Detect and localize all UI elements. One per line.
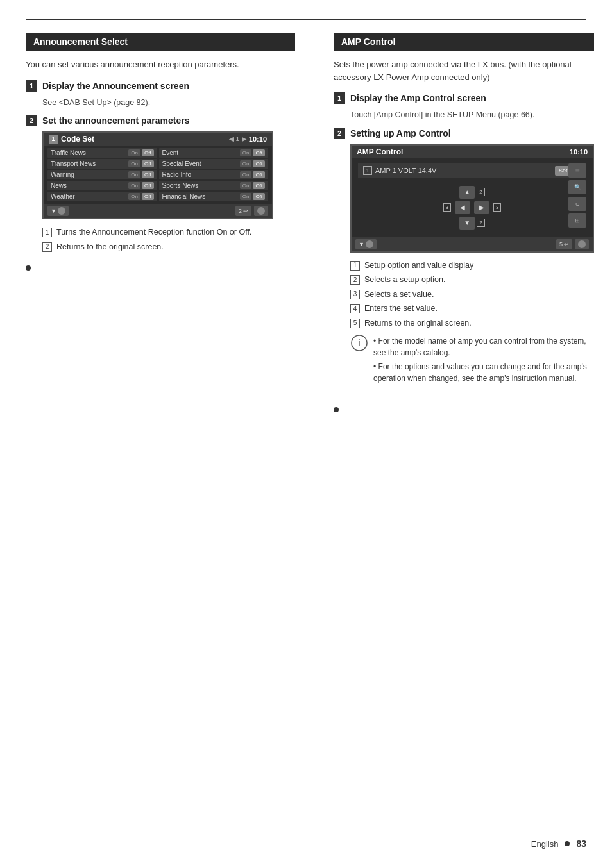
amp-down-btn[interactable]: ▼ — [459, 217, 475, 230]
top-rule — [26, 19, 586, 20]
amp-badge-2b: 2 — [477, 219, 484, 227]
page-container: Announcement Select You can set various … — [0, 0, 612, 868]
screen-row-radio-info: Radio Info On Off — [159, 170, 269, 179]
step1-desc: See <DAB Set Up> (page 82). — [42, 97, 295, 109]
step1-header: 1 Display the Announcement screen — [26, 80, 295, 92]
amp-screen-title-bar: AMP Control 10:10 — [352, 146, 593, 158]
amp-badge-3b: 3 — [493, 203, 501, 212]
amp-step2-title: Setting up Amp Control — [350, 128, 451, 138]
screen-icon2: 1 — [236, 136, 239, 142]
amp-controls: ▲ 2 3 ◀ ▶ — [358, 183, 586, 232]
language-label: English — [531, 839, 559, 849]
step1-badge: 1 — [26, 80, 37, 92]
screen-title: 1 Code Set — [49, 135, 94, 144]
note-box-icon: i — [350, 334, 368, 356]
announcement-select-header: Announcement Select — [26, 33, 295, 51]
screen-title-bar: 1 Code Set ◀ 1 ▶ 10:10 — [44, 133, 272, 146]
note-box-content: • For the model name of amp you can cont… — [373, 335, 594, 387]
step1-title: Display the Announcement screen — [42, 81, 189, 91]
amp-note-2: 2 Selects a setup option. — [350, 274, 594, 286]
screen-header-icons: ◀ 1 ▶ 10:10 — [229, 135, 267, 143]
amp-badge-3a: 3 — [443, 203, 451, 212]
amp-step1-header: 1 Display the Amp Control screen — [334, 92, 594, 104]
amp-badge-2a: 2 — [477, 188, 484, 196]
page-footer: English 83 — [531, 839, 586, 849]
amp-step1-desc: Touch [Amp Control] in the SETUP Menu (p… — [350, 109, 594, 121]
step2-header: 2 Set the announcement parameters — [26, 115, 295, 126]
amp-icon-btn-3[interactable]: ○ — [568, 197, 586, 211]
screen-row-sports: Sports News On Off — [159, 181, 269, 190]
screen-icon3: ▶ — [242, 136, 246, 142]
amp-note-1: 1 Setup option and value display — [350, 260, 594, 272]
left-col-bullet — [26, 265, 31, 271]
right-col-bullet — [334, 407, 339, 412]
amp-step1-badge: 1 — [334, 92, 345, 104]
amp-screen-body: 1 AMP 1 VOLT 14.4V Set 4 — [352, 158, 593, 237]
amp-screen-footer: ▼ 5 ↩ — [352, 237, 593, 251]
main-columns: Announcement Select You can set various … — [26, 33, 586, 417]
amp-footer-icon-left — [366, 240, 373, 248]
screen-row-weather: Weather On Off — [47, 192, 157, 201]
amp-step1-title: Display the Amp Control screen — [350, 93, 486, 103]
amp-footer-left: ▼ — [355, 239, 377, 249]
amp-screen-title: AMP Control — [357, 147, 403, 156]
footer-bullet — [565, 841, 570, 846]
screen-row-warning: Warning On Off — [47, 170, 157, 179]
amp-up-btn[interactable]: ▲ — [459, 186, 475, 199]
amp-footer-icon-right — [578, 240, 586, 248]
amp-note-3: 3 Selects a set value. — [350, 289, 594, 301]
code-set-screen: 1 Code Set ◀ 1 ▶ 10:10 Traffic News — [42, 131, 273, 219]
amp-main-display: 1 AMP 1 VOLT 14.4V Set 4 — [358, 163, 586, 178]
screen-icon1: ◀ — [229, 136, 234, 142]
amp-icon-btn-1[interactable]: ≡ — [568, 163, 586, 178]
screen-right-rows: Event On Off Special Event On Off — [159, 148, 269, 201]
amp-step2-badge: 2 — [334, 128, 345, 139]
announcement-intro: You can set various announcement recepti… — [26, 58, 295, 71]
announcement-notes: 1 Turns the Announcement Reception funct… — [42, 227, 295, 253]
screen-time: 10:10 — [249, 135, 267, 143]
amp-left-btn[interactable]: ◀ — [455, 201, 470, 214]
amp-footer-right: 5 ↩ — [556, 239, 589, 249]
amp-control-header: AMP Control — [334, 33, 594, 51]
note-box-text-1: • For the model name of amp you can cont… — [373, 335, 594, 358]
screen-left-rows: Traffic News On Off Transport News On Of… — [47, 148, 157, 201]
amp-note-4: 4 Enters the set value. — [350, 303, 594, 315]
screen-row-traffic: Traffic News On Off — [47, 148, 157, 158]
left-column: Announcement Select You can set various … — [26, 33, 295, 271]
amp-note-box: i • For the model name of amp you can co… — [350, 335, 594, 387]
screen-body: Traffic News On Off Transport News On Of… — [44, 146, 272, 204]
screen-row-financial: Financial News On Off — [159, 192, 269, 201]
step2-badge: 2 — [26, 115, 37, 126]
amp-screen-time: 10:10 — [570, 148, 588, 156]
amp-icon-btn-2[interactable]: 🔍 — [568, 180, 586, 194]
amp-notes: 1 Setup option and value display 2 Selec… — [350, 260, 594, 330]
amp-step2-header: 2 Setting up Amp Control — [334, 128, 594, 139]
right-column: AMP Control Sets the power amp connected… — [334, 33, 594, 412]
amp-up-row: ▲ 2 — [358, 186, 586, 199]
note-icon-svg: i — [350, 334, 368, 352]
amp-badge-1: 1 — [363, 166, 372, 175]
amp-right-icons: ≡ 🔍 ○ ⊞ — [568, 163, 586, 228]
footer-icon-left — [58, 207, 65, 215]
screen-row-special-event: Special Event On Off — [159, 159, 269, 169]
screen-badge-1: 1 — [49, 135, 58, 144]
screen-footer: ▼ 2 ↩ — [44, 204, 272, 218]
note-box-text-2: • For the options and values you can cha… — [373, 361, 594, 384]
amp-intro: Sets the power amp connected via the LX … — [334, 58, 594, 83]
amp-note-5: 5 Returns to the original screen. — [350, 318, 594, 330]
footer-icon-right — [257, 207, 265, 215]
screen-row-transport: Transport News On Off — [47, 159, 157, 169]
svg-text:i: i — [358, 338, 360, 348]
amp-lr-row: 3 ◀ ▶ 3 — [358, 201, 586, 214]
screen-row-event: Event On Off — [159, 148, 269, 158]
amp-icon-btn-4[interactable]: ⊞ — [568, 213, 586, 228]
amp-right-btn[interactable]: ▶ — [474, 201, 489, 214]
screen-footer-left: ▼ — [47, 206, 69, 216]
note-item-1: 1 Turns the Announcement Reception funct… — [42, 227, 295, 238]
amp-control-screen: AMP Control 10:10 1 AMP 1 VOLT 14.4V Set… — [350, 144, 594, 253]
amp-down-row: ▼ 2 — [358, 217, 586, 230]
screen-footer-right: 2 ↩ — [235, 206, 268, 216]
step2-title: Set the announcement parameters — [42, 115, 190, 126]
page-number: 83 — [576, 839, 586, 849]
screen-row-news: News On Off — [47, 181, 157, 190]
